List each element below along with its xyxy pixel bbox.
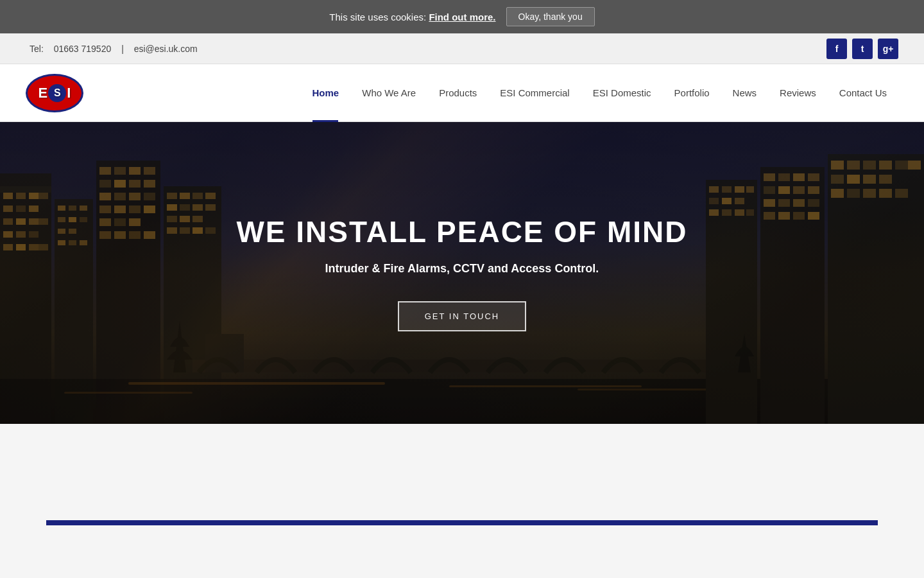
logo-letter-e: E [38,85,48,101]
separator: | [121,44,124,54]
contact-info: Tel: 01663 719520 | esi@esi.uk.com [26,44,201,54]
logo-inner: E S I [38,84,71,102]
nav-item-esi-commercial[interactable]: ESI Commercial [488,64,581,122]
below-hero-section [0,424,924,520]
phone-label: Tel: [30,44,44,54]
nav-item-who-we-are[interactable]: Who We Are [350,64,427,122]
nav-item-reviews[interactable]: Reviews [768,64,828,122]
nav-item-portfolio[interactable]: Portfolio [663,64,721,122]
cookie-find-out-link[interactable]: Find out more. [429,12,495,22]
hero-content: WE INSTALL PEACE OF MIND Intruder & Fire… [236,215,687,331]
hero-section: WE INSTALL PEACE OF MIND Intruder & Fire… [0,122,924,424]
bottom-accent-bar [46,520,878,525]
cookie-accept-button[interactable]: Okay, thank you [506,7,595,26]
hero-cta-button[interactable]: GET IN TOUCH [398,301,526,331]
cookie-message: This site uses cookies: Find out more. [329,12,495,22]
hero-title: WE INSTALL PEACE OF MIND [236,215,687,249]
cookie-banner: This site uses cookies: Find out more. O… [0,0,924,33]
nav-item-products[interactable]: Products [427,64,488,122]
phone-number[interactable]: 01663 719520 [54,44,112,54]
logo-oval: E S I [26,74,83,112]
main-nav: Home Who We Are Products ESI Commercial … [301,64,898,122]
social-icons: f t g+ [826,39,898,59]
nav-item-news[interactable]: News [721,64,769,122]
email-address[interactable]: esi@esi.uk.com [134,44,198,54]
nav-item-contact-us[interactable]: Contact Us [828,64,898,122]
twitter-icon[interactable]: t [852,39,873,59]
top-bar: Tel: 01663 719520 | esi@esi.uk.com f t g… [0,33,924,64]
nav-item-esi-domestic[interactable]: ESI Domestic [581,64,663,122]
hero-subtitle: Intruder & Fire Alarms, CCTV and Access … [236,262,687,276]
logo[interactable]: E S I [26,74,83,112]
logo-letter-i: I [67,85,71,101]
logo-letter-s: S [48,84,66,102]
nav-item-home[interactable]: Home [301,64,351,122]
facebook-icon[interactable]: f [826,39,847,59]
googleplus-icon[interactable]: g+ [878,39,898,59]
header: E S I Home Who We Are Products ESI Comme… [0,64,924,122]
